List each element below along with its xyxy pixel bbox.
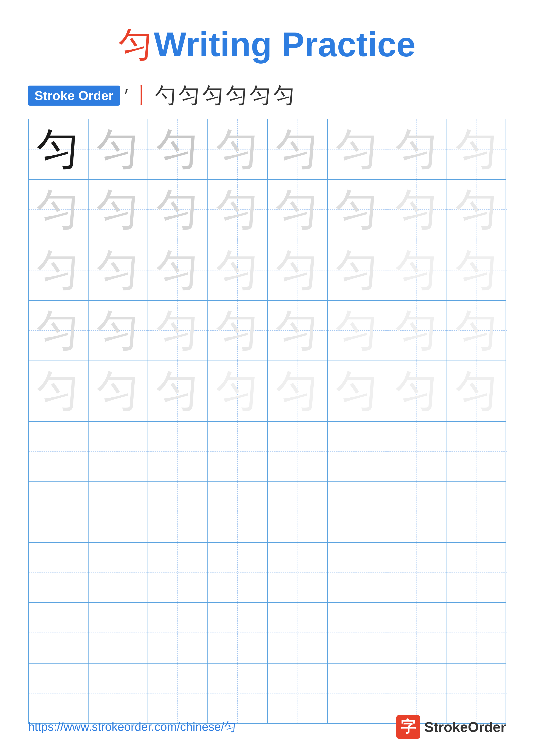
grid-cell: 匀 — [208, 240, 268, 300]
grid-cell — [148, 543, 208, 603]
grid-cell — [89, 543, 148, 603]
grid-cell: 匀 — [387, 120, 447, 179]
grid-cell: 匀 — [29, 120, 89, 179]
title-english-text: Writing Practice — [154, 25, 416, 64]
grid-row — [29, 663, 506, 723]
grid-cell — [447, 543, 507, 603]
footer-url[interactable]: https://www.strokeorder.com/chinese/匀 — [28, 719, 236, 735]
grid-cell: 匀 — [89, 120, 148, 179]
stroke-char-7: 匀 — [273, 81, 295, 110]
title-chinese-char: 匀 — [118, 25, 153, 64]
grid-row: 匀 匀 匀 匀 匀 匀 匀 匀 — [29, 120, 506, 180]
grid-cell — [328, 603, 388, 663]
grid-cell — [328, 543, 388, 603]
grid-cell — [268, 663, 328, 723]
grid-cell: 匀 — [148, 361, 208, 421]
grid-cell — [387, 663, 447, 723]
grid-cell — [208, 603, 268, 663]
grid-row: 匀 匀 匀 匀 匀 匀 匀 匀 — [29, 180, 506, 240]
grid-cell: 匀 — [29, 361, 89, 421]
stroke-order-section: Stroke Order ′ 丨 勺 匀 匀 匀 匀 匀 — [0, 81, 534, 110]
grid-cell — [447, 603, 507, 663]
grid-cell — [148, 663, 208, 723]
grid-cell: 匀 — [447, 180, 507, 240]
grid-row — [29, 422, 506, 482]
grid-cell: 匀 — [268, 361, 328, 421]
grid-cell: 匀 — [387, 240, 447, 300]
grid-row: 匀 匀 匀 匀 匀 匀 匀 匀 — [29, 361, 506, 422]
grid-row — [29, 603, 506, 663]
grid-cell: 匀 — [328, 120, 388, 179]
stroke-order-chars: ′ 丨 勺 匀 匀 匀 匀 匀 — [124, 81, 295, 110]
grid-cell: 匀 — [29, 180, 89, 240]
grid-cell — [328, 663, 388, 723]
grid-cell: 匀 — [89, 180, 148, 240]
grid-cell: 匀 — [89, 301, 148, 361]
footer-logo-icon: 字 — [396, 715, 420, 739]
grid-cell: 匀 — [447, 120, 507, 179]
stroke-char-1: 丨 — [131, 81, 153, 110]
grid-cell — [387, 603, 447, 663]
grid-cell — [268, 482, 328, 542]
grid-cell — [268, 603, 328, 663]
grid-cell: 匀 — [208, 120, 268, 179]
grid-cell: 匀 — [328, 361, 388, 421]
grid-cell: 匀 — [328, 180, 388, 240]
grid-cell: 匀 — [208, 301, 268, 361]
grid-cell — [387, 543, 447, 603]
grid-cell — [208, 543, 268, 603]
grid-cell: 匀 — [387, 361, 447, 421]
grid-cell — [387, 422, 447, 482]
grid-cell — [148, 603, 208, 663]
practice-grid: 匀 匀 匀 匀 匀 匀 匀 匀 匀 匀 匀 匀 匀 匀 匀 匀 匀 匀 匀 匀 … — [28, 119, 506, 724]
grid-row: 匀 匀 匀 匀 匀 匀 匀 匀 — [29, 240, 506, 301]
grid-cell: 匀 — [29, 301, 89, 361]
grid-cell: 匀 — [447, 361, 507, 421]
grid-cell: 匀 — [208, 180, 268, 240]
grid-cell — [447, 422, 507, 482]
grid-cell — [208, 482, 268, 542]
grid-cell — [29, 603, 89, 663]
grid-cell — [89, 422, 148, 482]
grid-cell: 匀 — [447, 301, 507, 361]
grid-cell: 匀 — [148, 240, 208, 300]
grid-cell — [208, 663, 268, 723]
grid-cell: 匀 — [29, 240, 89, 300]
stroke-apostrophe: ′ — [124, 83, 129, 108]
grid-cell — [29, 422, 89, 482]
grid-cell — [268, 543, 328, 603]
grid-cell — [148, 422, 208, 482]
stroke-char-2: 勺 — [155, 81, 176, 110]
stroke-char-3: 匀 — [179, 81, 200, 110]
grid-cell: 匀 — [387, 301, 447, 361]
grid-cell — [89, 482, 148, 542]
grid-cell — [29, 482, 89, 542]
grid-cell — [447, 482, 507, 542]
grid-cell: 匀 — [148, 180, 208, 240]
grid-cell — [29, 543, 89, 603]
footer-logo-text: StrokeOrder — [424, 719, 506, 735]
grid-cell — [268, 422, 328, 482]
grid-cell: 匀 — [447, 240, 507, 300]
grid-cell — [148, 482, 208, 542]
grid-cell: 匀 — [89, 361, 148, 421]
stroke-char-4: 匀 — [202, 81, 224, 110]
grid-cell: 匀 — [328, 240, 388, 300]
grid-cell: 匀 — [268, 120, 328, 179]
stroke-char-5: 匀 — [226, 81, 247, 110]
grid-row: 匀 匀 匀 匀 匀 匀 匀 匀 — [29, 301, 506, 362]
stroke-order-badge: Stroke Order — [28, 86, 120, 106]
footer-logo: 字 StrokeOrder — [396, 715, 506, 739]
grid-cell: 匀 — [268, 180, 328, 240]
grid-row — [29, 482, 506, 543]
page-title: 匀 Writing Practice — [0, 0, 534, 68]
grid-cell — [208, 422, 268, 482]
grid-cell: 匀 — [89, 240, 148, 300]
grid-cell — [447, 663, 507, 723]
grid-cell: 匀 — [208, 361, 268, 421]
grid-cell: 匀 — [268, 301, 328, 361]
grid-cell: 匀 — [387, 180, 447, 240]
grid-cell: 匀 — [148, 301, 208, 361]
grid-cell — [89, 603, 148, 663]
grid-cell — [328, 482, 388, 542]
